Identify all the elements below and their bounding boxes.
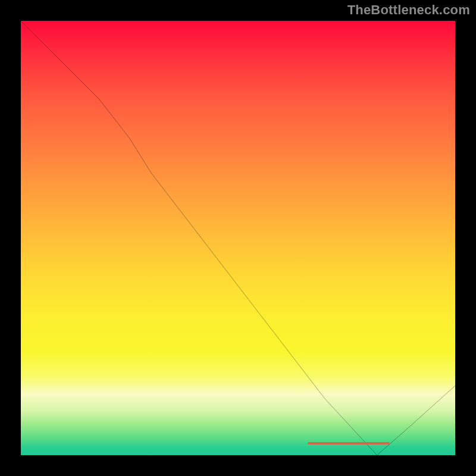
chart-container: TheBottleneck.com [0, 0, 476, 476]
watermark-text: TheBottleneck.com [347, 2, 470, 18]
line-plot-svg [21, 21, 455, 455]
data-line [21, 21, 455, 455]
plot-area [21, 21, 455, 455]
highlight-strip [308, 442, 390, 444]
